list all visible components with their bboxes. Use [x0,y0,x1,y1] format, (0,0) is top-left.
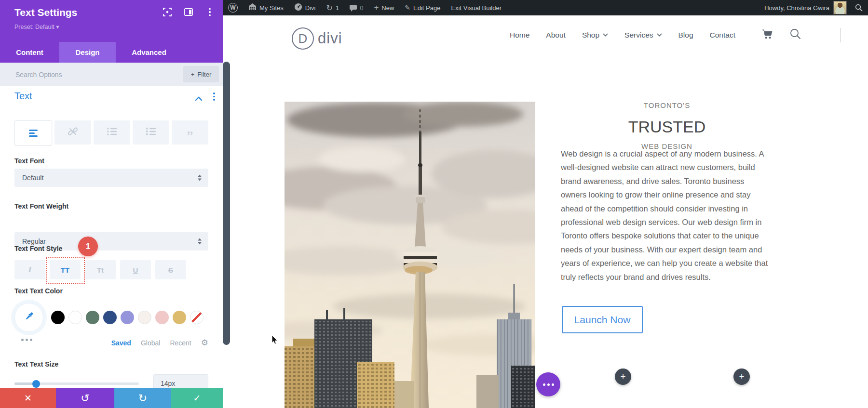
nav-shop[interactable]: Shop [582,31,608,39]
nav-about[interactable]: About [546,31,566,39]
preset-selector[interactable]: Preset: Default ▾ [14,23,59,30]
mouse-cursor [271,335,279,347]
gear-icon[interactable]: ⚙ [201,339,208,347]
close-icon: ✕ [24,393,32,403]
text-font-weight-label: Text Font Weight [14,202,68,210]
expand-modal-icon[interactable] [163,8,172,16]
select-arrows-icon [198,175,202,181]
subtab-ol[interactable] [133,120,169,145]
howdy-account-menu[interactable]: Howdy, Christina Gwira [759,0,829,15]
divi-gauge-icon [294,3,302,13]
admin-search-icon[interactable] [850,0,868,15]
swatch-none[interactable] [190,311,203,324]
search-options-row: + Filter [0,63,223,86]
panel-action-bar: ✕ ↺ ↻ ✓ [0,388,223,408]
nav-blog[interactable]: Blog [678,31,693,39]
wordpress-logo-icon: W [228,3,238,13]
saved-colors-link[interactable]: Saved [111,339,131,347]
size-slider-handle[interactable] [32,380,40,388]
exit-visual-builder-menu[interactable]: Exit Visual Builder [446,0,507,15]
swatch-white[interactable] [68,311,82,324]
text-text-size-label: Text Text Size [14,360,58,368]
check-icon: ✓ [193,393,201,403]
tab-content[interactable]: Content [0,42,59,63]
panel-scrollbar[interactable] [223,62,230,345]
unordered-list-icon [107,127,117,138]
hero-paragraph[interactable]: Web design is a crucial aspect of any mo… [561,147,772,284]
subtab-ul[interactable] [94,120,130,145]
chevron-down-icon [603,33,608,37]
subtab-quote[interactable]: ” [172,120,208,145]
subtab-link[interactable] [54,120,91,145]
highlight-dotted-border [46,257,85,284]
color-palette-links: Saved Global Recent ⚙ [0,339,208,347]
select-arrows-icon [198,238,202,245]
text-font-select[interactable]: Default [14,169,208,187]
underline-button[interactable]: U [120,260,151,279]
wp-logo-menu[interactable]: W [223,0,243,15]
updates-menu[interactable]: ↻ 1 [321,0,345,15]
save-button[interactable]: ✓ [171,388,223,408]
section-title-text: Text [14,91,32,102]
plus-icon: + [739,371,744,382]
swatch-navy[interactable] [103,311,117,324]
site-logo[interactable]: D divi [292,27,342,50]
smallcaps-button[interactable]: Tt [85,260,116,279]
font-style-buttons: I TT Tt U S [14,260,186,279]
text-font-label: Text Font [14,157,44,165]
redo-button[interactable]: ↻ [114,388,171,408]
panel-title: Text Settings [14,7,77,18]
plus-icon: + [620,371,625,382]
avatar[interactable] [833,1,847,14]
recent-colors-link[interactable]: Recent [170,339,191,347]
divi-menu[interactable]: Divi [289,0,321,15]
strikethrough-button[interactable]: S [155,260,186,279]
nav-services[interactable]: Services [624,31,662,39]
text-settings-panel: Text Settings Preset: Default ▾ Content [0,0,223,408]
search-options-input[interactable] [14,66,161,83]
panel-menu-icon[interactable] [205,8,214,16]
undo-button[interactable]: ↺ [56,388,114,408]
snap-panel-icon[interactable] [184,8,193,16]
cart-icon[interactable] [762,29,773,41]
chevron-down-icon [657,33,662,37]
screen: Text Settings Preset: Default ▾ Content [0,0,868,408]
search-icon[interactable] [790,28,801,41]
cancel-button[interactable]: ✕ [0,388,56,408]
filter-button[interactable]: + Filter [183,66,219,82]
my-sites-menu[interactable]: My Sites [243,0,289,15]
broken-link-icon [68,126,78,139]
swatch-gold[interactable] [173,311,186,324]
global-colors-link[interactable]: Global [141,339,160,347]
italic-button[interactable]: I [14,260,45,279]
tab-design[interactable]: Design [59,42,116,63]
subtab-text-align[interactable] [14,120,52,145]
caret-down-icon: ▾ [56,23,59,30]
blockquote-icon: ” [187,133,193,138]
swatch-lavender[interactable] [121,311,134,324]
swatch-cream[interactable] [138,311,151,324]
add-module-button[interactable]: + [733,369,750,385]
edit-page-menu[interactable]: ✎ Edit Page [399,0,446,15]
module-options-button[interactable] [536,372,560,396]
launch-now-button[interactable]: Launch Now [562,306,643,333]
text-subtabs: ” [14,120,208,145]
swatch-black[interactable] [51,311,65,324]
hero-eyebrow: TORONTO'S [561,101,773,109]
eyedropper-button[interactable] [14,303,43,332]
chevron-up-icon[interactable] [195,94,203,103]
color-picker-row [14,303,203,332]
new-content-menu[interactable]: + New [368,0,399,15]
nav-home[interactable]: Home [510,31,529,39]
comments-menu[interactable]: 0 [344,0,368,15]
updates-icon: ↻ [326,3,333,13]
swatch-green[interactable] [86,311,99,324]
add-module-button[interactable]: + [615,369,631,385]
site-preview: D divi Home About Shop Services Blog Con… [223,15,868,408]
nav-contact[interactable]: Contact [710,31,735,39]
section-menu-icon[interactable] [213,92,215,101]
hero-image-cn-tower[interactable] [285,102,535,408]
wp-admin-bar: W My Sites Divi ↻ 1 0 + New [223,0,868,15]
swatch-pink[interactable] [155,311,169,324]
tab-advanced[interactable]: Advanced [116,42,182,63]
